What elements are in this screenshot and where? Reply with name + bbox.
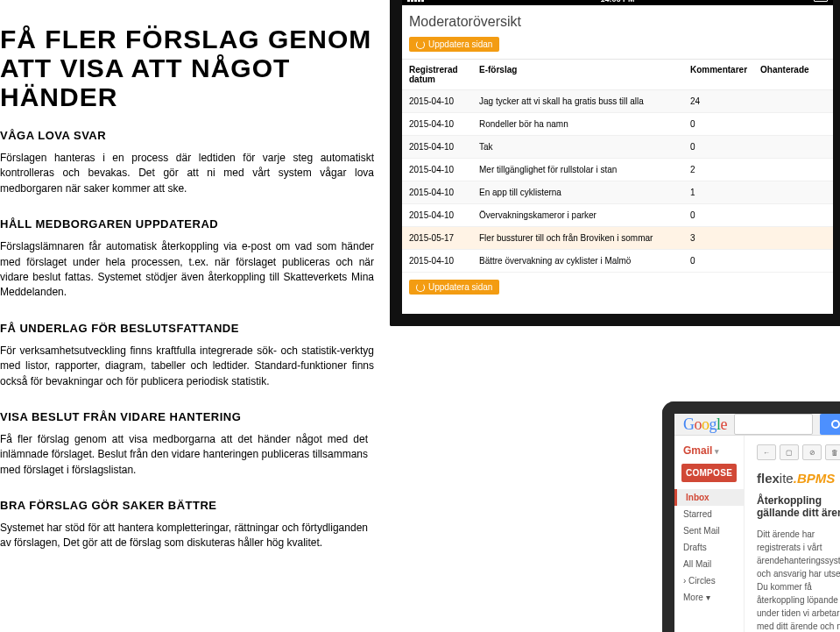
- folder-list: InboxStarredSent MailDraftsAll Mail› Cir…: [674, 489, 744, 606]
- table-row[interactable]: 2015-04-10Övervakningskameror i parker0: [402, 204, 833, 227]
- table-row[interactable]: 2015-04-10Bättre övervakning av cykliste…: [402, 250, 833, 273]
- cell-date: 2015-04-10: [409, 119, 479, 129]
- folder-item[interactable]: Inbox: [674, 489, 744, 506]
- gmail-sidebar: Gmail COMPOSE InboxStarredSent MailDraft…: [674, 436, 745, 632]
- heading: FÅ UNDERLAG FÖR BESLUTSFATTANDE: [0, 322, 374, 335]
- refresh-button-bottom[interactable]: Uppdatera sidan: [409, 280, 499, 295]
- folder-item[interactable]: Starred: [674, 506, 744, 522]
- col-unhandled: Ohanterade: [760, 65, 826, 84]
- delete-button[interactable]: 🗑: [825, 444, 840, 460]
- section-underlag: FÅ UNDERLAG FÖR BESLUTSFATTANDE För verk…: [0, 322, 374, 389]
- refresh-icon: [416, 283, 425, 292]
- table-body: 2015-04-10Jag tycker att vi skall ha gra…: [402, 90, 833, 273]
- toolbar: ← ▢ ⊘ 🗑 📁 ◈ More: [757, 444, 840, 460]
- google-logo: Google: [683, 415, 727, 434]
- cell-date: 2015-04-10: [409, 256, 479, 266]
- folder-item[interactable]: Drafts: [674, 539, 744, 556]
- section-beslut: VISA BESLUT FRÅN VIDARE HANTERING Få fle…: [0, 410, 374, 478]
- cell-date: 2015-04-10: [409, 96, 479, 106]
- table-row[interactable]: 2015-04-10Jag tycker att vi skall ha gra…: [402, 90, 833, 113]
- body-text: Förslagslämnaren får automatisk återkopp…: [0, 239, 374, 301]
- table-row[interactable]: 2015-04-10Mer tillgänglighet för rullsto…: [402, 159, 833, 181]
- section-vaga: VÅGA LOVA SVAR Förslagen hanteras i en p…: [0, 129, 374, 196]
- table-header: Registrerad datum E-förslag Kommentarer …: [402, 60, 833, 90]
- google-header: Google: [674, 414, 840, 436]
- mail-subject: Återkoppling gällande ditt ärende: [757, 494, 840, 519]
- refresh-icon: [416, 40, 425, 49]
- refresh-label: Uppdatera sidan: [428, 39, 492, 49]
- cell-suggestion: En app till cyklisterna: [479, 188, 690, 197]
- refresh-button[interactable]: Uppdatera sidan: [409, 37, 499, 52]
- tablet-screen: 14:06 PM Moderatoröversikt Uppdatera sid…: [402, 0, 833, 314]
- col-comments: Kommentarer: [690, 65, 760, 84]
- search-icon: [831, 420, 840, 429]
- archive-button[interactable]: ▢: [780, 444, 799, 460]
- heading: BRA FÖRSLAG GÖR SAKER BÄTTRE: [0, 499, 374, 512]
- mail-body: Ditt ärende har registrerats i vårt ären…: [757, 528, 840, 632]
- gmail-label[interactable]: Gmail: [674, 436, 744, 464]
- cell-suggestion: Fler bussturer till och från Broviken i …: [479, 233, 690, 243]
- signal-icon: [407, 0, 428, 2]
- cell-date: 2015-04-10: [409, 142, 479, 152]
- gmail-body: Gmail COMPOSE InboxStarredSent MailDraft…: [674, 436, 840, 632]
- heading: VÅGA LOVA SVAR: [0, 129, 374, 142]
- body-text: Förslagen hanteras i en process där ledt…: [0, 151, 374, 196]
- cell-date: 2015-05-17: [409, 233, 479, 243]
- screen-title: Moderatoröversikt: [409, 14, 826, 30]
- laptop-screen: Google Gmail COMPOSE InboxStarredSent Ma…: [674, 414, 840, 632]
- cell-suggestion: Bättre övervakning av cyklister i Malmö: [479, 256, 690, 266]
- cell-comments: 3: [690, 233, 760, 243]
- cell-comments: 24: [690, 96, 760, 106]
- cell-suggestion: Övervakningskameror i parker: [479, 210, 690, 220]
- table-row[interactable]: 2015-04-10Tak0: [402, 136, 833, 159]
- cell-comments: 0: [690, 142, 760, 152]
- battery-icon: [814, 0, 828, 2]
- heading: VISA BESLUT FRÅN VIDARE HANTERING: [0, 410, 374, 423]
- status-bar: 14:06 PM: [402, 0, 833, 5]
- tablet-footer: Uppdatera sidan: [402, 273, 833, 302]
- folder-item[interactable]: Sent Mail: [674, 522, 744, 539]
- cell-suggestion: Jag tycker att vi skall ha gratis buss t…: [479, 96, 690, 106]
- body-text: För verksamhetsutveckling finns kraftful…: [0, 344, 374, 389]
- laptop-device: Google Gmail COMPOSE InboxStarredSent Ma…: [662, 401, 840, 632]
- body-text: Systemet har stöd för att hantera komple…: [0, 521, 368, 551]
- body-text: Få fler förslag genom att visa medborgar…: [0, 432, 368, 478]
- compose-button[interactable]: COMPOSE: [681, 464, 737, 482]
- spam-button[interactable]: ⊘: [802, 444, 822, 460]
- table-row[interactable]: 2015-04-10Rondeller bör ha namn0: [402, 113, 833, 136]
- heading: HÅLL MEDBORGAREN UPPDATERAD: [0, 217, 374, 231]
- folder-item[interactable]: More ▾: [674, 589, 744, 606]
- cell-date: 2015-04-10: [409, 210, 479, 220]
- cell-comments: 2: [690, 165, 760, 174]
- col-suggestion: E-förslag: [479, 65, 690, 84]
- tablet-header: Moderatoröversikt Uppdatera sidan: [402, 5, 833, 60]
- cell-suggestion: Rondeller bör ha namn: [479, 119, 690, 129]
- refresh-label: Uppdatera sidan: [428, 282, 492, 292]
- flexite-logo: flexite.BPMS: [757, 471, 840, 486]
- search-button[interactable]: [820, 414, 840, 435]
- col-date: Registrerad datum: [409, 65, 479, 84]
- tablet-device: 14:06 PM Moderatoröversikt Uppdatera sid…: [390, 0, 840, 326]
- cell-suggestion: Mer tillgänglighet för rullstolar i stan: [479, 165, 690, 174]
- folder-item[interactable]: All Mail: [674, 556, 744, 572]
- cell-date: 2015-04-10: [409, 165, 479, 174]
- mail-pane: ← ▢ ⊘ 🗑 📁 ◈ More flexite.BPMS Återkoppli…: [745, 436, 840, 632]
- clock: 14:06 PM: [600, 0, 634, 4]
- table-row[interactable]: 2015-05-17Fler bussturer till och från B…: [402, 227, 833, 250]
- table-row[interactable]: 2015-04-10En app till cyklisterna1: [402, 181, 833, 204]
- section-bra-forslag: BRA FÖRSLAG GÖR SAKER BÄTTRE Systemet ha…: [0, 499, 374, 551]
- cell-suggestion: Tak: [479, 142, 690, 152]
- page-title: FÅ FLER FÖRSLAG GENOM ATT VISA ATT NÅGOT…: [0, 25, 374, 111]
- folder-item[interactable]: › Circles: [674, 572, 744, 589]
- back-button[interactable]: ←: [757, 444, 776, 460]
- cell-comments: 1: [690, 188, 760, 197]
- cell-comments: 0: [690, 256, 760, 266]
- cell-comments: 0: [690, 119, 760, 129]
- section-uppdaterad: HÅLL MEDBORGAREN UPPDATERAD Förslagslämn…: [0, 217, 374, 301]
- search-input[interactable]: [734, 414, 813, 435]
- article-column: FÅ FLER FÖRSLAG GENOM ATT VISA ATT NÅGOT…: [0, 0, 390, 572]
- cell-date: 2015-04-10: [409, 188, 479, 197]
- cell-comments: 0: [690, 210, 760, 220]
